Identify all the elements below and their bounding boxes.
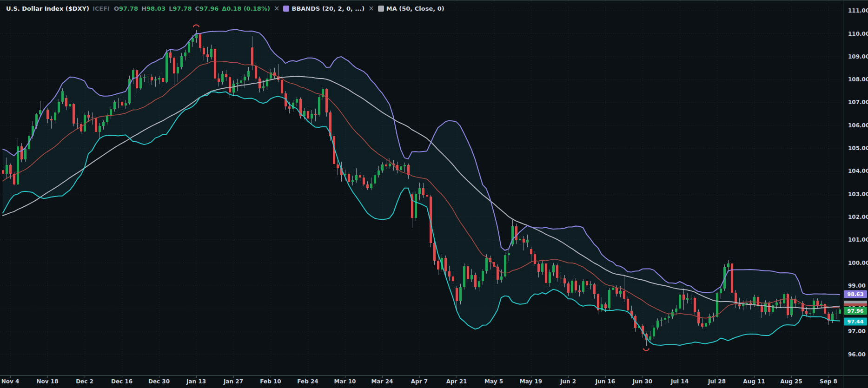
time-axis-label: Feb 10 xyxy=(260,378,281,385)
time-axis-tick xyxy=(382,376,383,378)
ohlc-values: O97.78 H98.03 L97.78 C97.96 xyxy=(114,5,219,12)
time-axis-label: Jul 28 xyxy=(708,378,726,385)
time-axis-tick xyxy=(419,376,420,378)
ma-swatch-icon xyxy=(378,6,384,12)
price-axis-label: 109.00 xyxy=(848,53,868,60)
bb-fill-area xyxy=(3,30,840,345)
time-axis-tick xyxy=(345,376,345,378)
price-axis-label: 106.00 xyxy=(848,122,868,129)
high-number: 98.03 xyxy=(146,5,166,12)
close-icon[interactable]: × xyxy=(273,5,280,12)
time-axis-label: Nov 18 xyxy=(37,378,59,385)
time-axis-label: Dec 16 xyxy=(111,378,133,385)
time-axis-label: Aug 11 xyxy=(743,378,765,385)
price-axis-label: 110.00 xyxy=(848,31,868,37)
price-axis-label: 105.00 xyxy=(848,145,868,151)
indicator-value-badge xyxy=(844,301,867,303)
price-axis-label: 111.00 xyxy=(848,7,868,14)
high-label: H xyxy=(141,5,146,12)
open-value: O97.78 xyxy=(114,5,138,12)
time-axis-label: Jul 14 xyxy=(671,378,689,385)
time-axis-tick xyxy=(308,376,308,378)
price-axis[interactable]: 96.0097.0098.0099.00100.00101.00102.0010… xyxy=(843,0,868,375)
price-axis-label: 104.00 xyxy=(848,168,868,174)
time-axis-tick xyxy=(47,376,48,378)
time-axis-tick xyxy=(494,376,494,378)
time-axis-tick xyxy=(159,376,159,378)
symbol-exchange: ICEFI xyxy=(93,5,110,12)
bbands-swatch-icon xyxy=(283,6,289,12)
low-marker-arc xyxy=(643,349,649,350)
time-axis-tick xyxy=(791,376,792,378)
time-axis-tick xyxy=(754,376,755,378)
time-axis[interactable]: Nov 4Nov 18Dec 2Dec 16Dec 30Jan 13Jan 27… xyxy=(0,376,868,388)
price-change: Δ0.18 (0.18%) xyxy=(222,5,270,12)
indicator-legend-ma[interactable]: MA (50, Close, 0) xyxy=(378,5,444,12)
price-axis-label: 99.00 xyxy=(848,283,866,289)
price-axis-label: 102.00 xyxy=(848,214,868,220)
time-axis-tick xyxy=(85,376,85,378)
time-axis-label: Jun 2 xyxy=(560,378,576,385)
price-value-badge: 97.44 xyxy=(844,317,867,325)
price-axis-label: 107.00 xyxy=(848,99,868,105)
time-axis-label: Aug 25 xyxy=(780,378,802,385)
time-axis-label: Jun 16 xyxy=(596,378,615,385)
open-label: O xyxy=(114,5,119,12)
high-value: H98.03 xyxy=(141,5,166,12)
time-axis-label: Nov 4 xyxy=(1,378,20,385)
indicator-value-badge xyxy=(844,303,867,306)
time-axis-label: Feb 24 xyxy=(297,378,318,385)
time-axis-tick xyxy=(10,376,11,378)
trading-chart-window: 96.0097.0098.0099.00100.00101.00102.0010… xyxy=(0,0,868,388)
pane-top-border xyxy=(0,0,868,1)
time-axis-tick xyxy=(196,376,197,378)
time-axis-label: Apr 7 xyxy=(411,378,428,385)
time-axis-tick xyxy=(605,376,606,378)
time-axis-tick xyxy=(271,376,271,378)
symbol-title[interactable]: U.S. Dollar Index ($DXY) xyxy=(6,5,89,12)
time-axis-tick xyxy=(122,376,122,378)
time-axis-label: Apr 21 xyxy=(446,378,467,385)
time-axis-tick xyxy=(568,376,569,378)
time-axis-label: Mar 24 xyxy=(371,378,393,385)
time-axis-tick xyxy=(717,376,717,378)
time-axis-tick xyxy=(233,376,234,378)
price-axis-label: 103.00 xyxy=(848,191,868,197)
time-axis-label: Jan 27 xyxy=(224,378,243,385)
time-axis-tick xyxy=(643,376,643,378)
time-axis-tick xyxy=(457,376,457,378)
price-axis-label: 100.00 xyxy=(848,260,868,266)
ma-label: MA (50, Close, 0) xyxy=(386,5,444,12)
price-axis-label: 108.00 xyxy=(848,76,868,83)
open-number: 97.78 xyxy=(119,5,138,12)
price-value-badge: 97.96 xyxy=(844,307,867,315)
low-value: L97.78 xyxy=(169,5,192,12)
close-icon[interactable]: × xyxy=(368,5,375,12)
time-axis-tick xyxy=(680,376,680,378)
time-axis-label: Sep 8 xyxy=(820,378,837,385)
price-axis-label: 97.00 xyxy=(848,328,866,335)
close-number: 97.96 xyxy=(199,5,219,12)
low-number: 97.78 xyxy=(172,5,192,12)
time-axis-label: Jun 30 xyxy=(633,378,652,385)
chart-legend: U.S. Dollar Index ($DXY) ICEFI O97.78 H9… xyxy=(6,4,444,13)
time-axis-label: May 5 xyxy=(484,378,503,385)
chart-canvas[interactable] xyxy=(0,0,843,375)
time-axis-label: Dec 30 xyxy=(148,378,170,385)
time-axis-tick xyxy=(531,376,531,378)
time-axis-label: May 19 xyxy=(520,378,542,385)
low-label: L xyxy=(169,5,172,12)
price-axis-label: 101.00 xyxy=(848,237,868,243)
close-value: C97.96 xyxy=(195,5,219,12)
price-value-badge: 98.63 xyxy=(844,290,867,298)
price-axis-label: 96.00 xyxy=(848,351,866,358)
close-label: C xyxy=(195,5,200,12)
indicator-legend-bbands[interactable]: BBANDS (20, 2, 0, ...) xyxy=(283,5,364,12)
time-axis-label: Jan 13 xyxy=(186,378,206,385)
time-axis-label: Dec 2 xyxy=(76,378,93,385)
bbands-label: BBANDS (20, 2, 0, ...) xyxy=(292,5,364,12)
time-axis-tick xyxy=(828,376,829,378)
time-axis-label: Mar 10 xyxy=(334,378,356,385)
